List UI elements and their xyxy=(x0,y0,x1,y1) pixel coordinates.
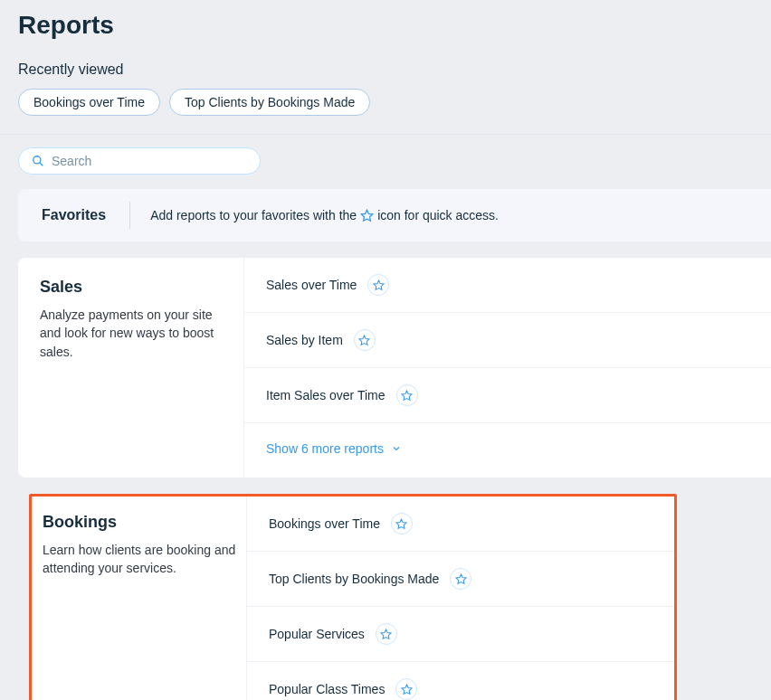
recent-label: Recently viewed xyxy=(18,61,753,78)
favorites-hint-pre: Add reports to your favorites with the xyxy=(150,208,357,222)
report-row[interactable]: Sales over Time xyxy=(244,258,771,313)
recent-chip-label: Bookings over Time xyxy=(33,95,145,109)
section-bookings: Bookings Learn how clients are booking a… xyxy=(29,494,677,700)
recent-chip[interactable]: Top Clients by Bookings Made xyxy=(169,89,370,116)
page-title: Reports xyxy=(18,11,753,40)
report-name: Top Clients by Bookings Made xyxy=(269,572,439,586)
section-sales: Sales Analyze payments on your site and … xyxy=(18,258,771,478)
report-name: Sales over Time xyxy=(266,278,357,292)
chevron-down-icon xyxy=(391,443,402,454)
svg-marker-4 xyxy=(359,336,369,345)
section-desc: Analyze payments on your site and look f… xyxy=(40,306,222,361)
svg-marker-2 xyxy=(361,210,373,221)
recent-chip[interactable]: Bookings over Time xyxy=(18,89,160,116)
report-row[interactable]: Top Clients by Bookings Made xyxy=(247,552,674,607)
favorites-title: Favorites xyxy=(18,189,129,241)
report-row[interactable]: Popular Class Times xyxy=(247,662,674,700)
favorite-button[interactable] xyxy=(395,678,417,700)
svg-point-0 xyxy=(33,156,41,164)
report-name: Popular Services xyxy=(269,627,365,641)
star-icon xyxy=(360,209,374,222)
favorites-hint: Add reports to your favorites with the i… xyxy=(150,208,499,222)
report-row[interactable]: Popular Services xyxy=(247,607,674,662)
svg-marker-8 xyxy=(381,629,391,639)
recent-chip-label: Top Clients by Bookings Made xyxy=(185,95,355,109)
divider xyxy=(129,202,130,229)
report-row[interactable]: Item Sales over Time xyxy=(244,368,771,423)
svg-marker-7 xyxy=(456,574,466,583)
svg-marker-5 xyxy=(402,391,412,400)
show-more-label: Show 6 more reports xyxy=(266,441,384,456)
report-name: Bookings over Time xyxy=(269,516,380,531)
section-desc: Learn how clients are booking and attend… xyxy=(43,541,237,578)
svg-marker-9 xyxy=(402,685,412,694)
svg-line-1 xyxy=(40,163,43,166)
recent-chips: Bookings over Time Top Clients by Bookin… xyxy=(18,89,753,116)
favorite-button[interactable] xyxy=(376,623,397,645)
favorite-button[interactable] xyxy=(396,384,418,406)
search-field[interactable] xyxy=(18,147,261,175)
show-more-link[interactable]: Show 6 more reports xyxy=(244,423,771,478)
section-title: Sales xyxy=(40,278,222,297)
favorite-button[interactable] xyxy=(391,513,413,534)
favorites-banner: Favorites Add reports to your favorites … xyxy=(18,189,771,241)
report-name: Popular Class Times xyxy=(269,682,385,696)
svg-marker-6 xyxy=(397,519,407,528)
report-name: Sales by Item xyxy=(266,333,343,347)
favorite-button[interactable] xyxy=(367,274,389,296)
report-name: Item Sales over Time xyxy=(266,388,386,402)
favorites-hint-post: icon for quick access. xyxy=(377,208,499,222)
search-icon xyxy=(32,155,44,167)
favorite-button[interactable] xyxy=(354,329,376,351)
report-row[interactable]: Bookings over Time xyxy=(247,497,674,552)
report-row[interactable]: Sales by Item xyxy=(244,313,771,368)
search-input[interactable] xyxy=(52,154,247,168)
section-title: Bookings xyxy=(43,513,237,532)
svg-marker-3 xyxy=(374,280,384,289)
favorite-button[interactable] xyxy=(450,568,471,590)
